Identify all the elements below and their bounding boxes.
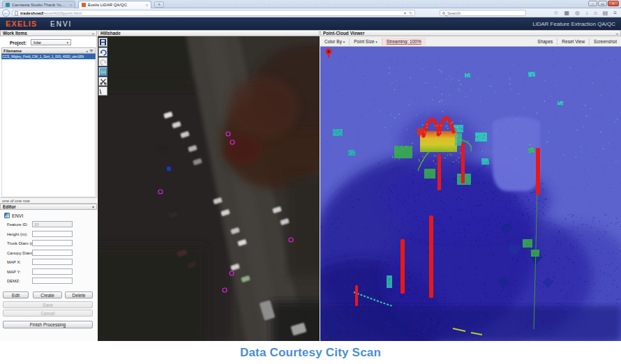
bookmark-star-icon[interactable]: ☆ (553, 10, 558, 16)
collapse-editor-icon[interactable]: ▾ (92, 204, 94, 209)
save-button[interactable]: Save (3, 301, 93, 308)
exelis-logo: EXELIS (6, 20, 37, 28)
field-label: Feature ID: (7, 222, 28, 227)
field-label: Height (m): (7, 232, 28, 236)
shapes-button[interactable]: Shapes (533, 38, 557, 45)
tab-favicon (82, 3, 86, 7)
editor-header: Editor ▾ (0, 204, 97, 210)
filename-list[interactable] (1, 59, 96, 197)
browser-tab-bar: Camtasia Studio Thank Yo...xExelis LiDAR… (0, 0, 621, 8)
work-items-panel: Work Items « Project: lidar ▾ Filename ▴… (0, 30, 97, 341)
browser-tab[interactable]: Exelis LiDAR QA/QCx (78, 1, 151, 8)
finish-processing-button[interactable]: Finish Processing (3, 321, 93, 328)
search-input[interactable] (447, 11, 523, 15)
page-icon (15, 11, 18, 15)
search-icon (442, 12, 445, 15)
reset-view-button[interactable]: Reset View (557, 38, 589, 45)
undo-icon[interactable] (98, 47, 107, 56)
editor-field-row: Feature ID: (0, 221, 97, 229)
create-button[interactable]: Create (33, 291, 62, 298)
map-toolbar (98, 38, 108, 96)
tab-close-icon[interactable]: x (146, 3, 148, 7)
browser-toolbar-icons: ☆▦◎↓⌂▤≡ (553, 8, 617, 17)
app-header: EXELIS ENVI LiDAR Feature Extraction QA/… (0, 17, 621, 30)
project-select[interactable]: lidar ▾ (31, 39, 71, 45)
point-cloud-toolbar: Color By ▾Point Size ▾Streaming: 100% Sh… (320, 36, 621, 47)
layers-icon[interactable] (98, 67, 107, 76)
field-label: MAP Y: (7, 270, 21, 274)
point-cloud-render (320, 47, 621, 341)
redo-icon[interactable] (98, 57, 107, 66)
point-size-button[interactable]: Point Size ▾ (349, 38, 382, 45)
field-input[interactable] (32, 278, 73, 284)
maximize-button[interactable]: ▭ (598, 1, 607, 6)
collapse-viewer-icon[interactable]: » (616, 31, 618, 36)
valley-cutout (493, 116, 540, 191)
point-cloud-view[interactable] (320, 47, 621, 341)
color-by-button[interactable]: Color By ▾ (320, 38, 349, 45)
menu-icon[interactable]: ≡ (613, 10, 617, 16)
collapse-panel-icon[interactable]: « (92, 31, 94, 36)
selected-tree-marker[interactable] (167, 167, 171, 171)
refresh-icon[interactable]: ↻ (409, 10, 412, 15)
cut-icon[interactable] (98, 77, 107, 86)
editor-field-row: Canopy Diam (m): (0, 250, 97, 258)
address-bar[interactable]: tradeshow2/envi/AGISpoint.html ▾ ↻ (12, 10, 415, 16)
screen: Camtasia Studio Thank Yo...xExelis LiDAR… (0, 0, 621, 364)
aerial-image (98, 36, 320, 341)
panels-icon[interactable]: ▦ (564, 10, 569, 16)
chevron-down-icon: ▾ (343, 40, 345, 44)
project-label: Project: (10, 40, 27, 45)
browser-nav-bar: ← tradeshow2/envi/AGISpoint.html ▾ ↻ ☆▦◎… (0, 8, 621, 17)
footer: Data Courtesy City Scan (0, 341, 621, 364)
download-icon[interactable]: ↓ (585, 10, 588, 16)
back-button[interactable]: ← (2, 9, 10, 17)
point-cloud-header: Point-Cloud Viewer » (320, 30, 621, 36)
draw-icon[interactable] (98, 86, 107, 96)
filename-column-header[interactable]: Filename ▴ (1, 47, 96, 54)
envi-logo: ENVI (50, 20, 72, 28)
tab-close-icon[interactable]: x (70, 3, 72, 7)
screenshot-button[interactable]: Screenshot (589, 38, 621, 45)
field-label: MAP X: (7, 260, 21, 264)
chevron-down-icon: ▾ (66, 40, 68, 45)
point-cloud-panel: Point-Cloud Viewer » Color By ▾Point Siz… (320, 30, 621, 341)
filename-row-selected[interactable]: CCS_Wigley_Field_CW_1_Sort_1_000_4000_ut… (1, 54, 96, 59)
streaming-100--button[interactable]: Streaming: 100% (382, 38, 426, 45)
edit-button[interactable]: Edit (3, 291, 29, 298)
field-input[interactable] (32, 259, 73, 265)
field-input[interactable] (32, 231, 73, 237)
hillshade-view[interactable] (98, 36, 320, 341)
editor-field-row: MAP Y: (0, 268, 97, 277)
minimize-button[interactable]: – (588, 1, 597, 6)
editor-field-row: MAP X: (0, 259, 97, 267)
data-credit: Data Courtesy City Scan (240, 346, 381, 360)
field-input[interactable] (32, 240, 73, 246)
field-input[interactable] (32, 250, 73, 256)
save-icon[interactable] (98, 38, 107, 47)
search-box[interactable] (440, 10, 526, 16)
tab-favicon (6, 3, 10, 7)
field-input[interactable] (32, 221, 73, 227)
sort-icon[interactable]: ▴ (86, 49, 88, 53)
home-icon[interactable]: ⌂ (594, 10, 597, 16)
cancel-button[interactable]: Cancel (3, 310, 93, 317)
sidebar-icon[interactable]: ▤ (603, 10, 608, 16)
new-tab-button[interactable]: + (154, 1, 164, 8)
close-button[interactable]: × (608, 1, 619, 6)
app-title: LiDAR Feature Extraction QA/QC (532, 21, 615, 27)
browser-tab[interactable]: Camtasia Studio Thank Yo...x (2, 1, 75, 8)
tab-title: Camtasia Studio Thank Yo... (12, 3, 66, 7)
window-controls: – ▭ × (588, 1, 619, 6)
hillshade-panel: Hillshade (98, 30, 320, 341)
row-count-status: one of one row (0, 197, 97, 204)
field-input[interactable] (32, 268, 73, 275)
pocket-icon[interactable]: ◎ (575, 10, 580, 16)
url-dropdown-icon[interactable]: ▾ (404, 10, 406, 15)
editor-app-row: ENVI (4, 213, 23, 218)
hillshade-header: Hillshade (98, 30, 320, 36)
delete-button[interactable]: Delete (65, 291, 93, 298)
filter-icon[interactable] (89, 50, 93, 52)
editor-field-row: DEMZ: (0, 278, 97, 286)
url-text: tradeshow2/envi/AGISpoint.html (20, 11, 82, 15)
